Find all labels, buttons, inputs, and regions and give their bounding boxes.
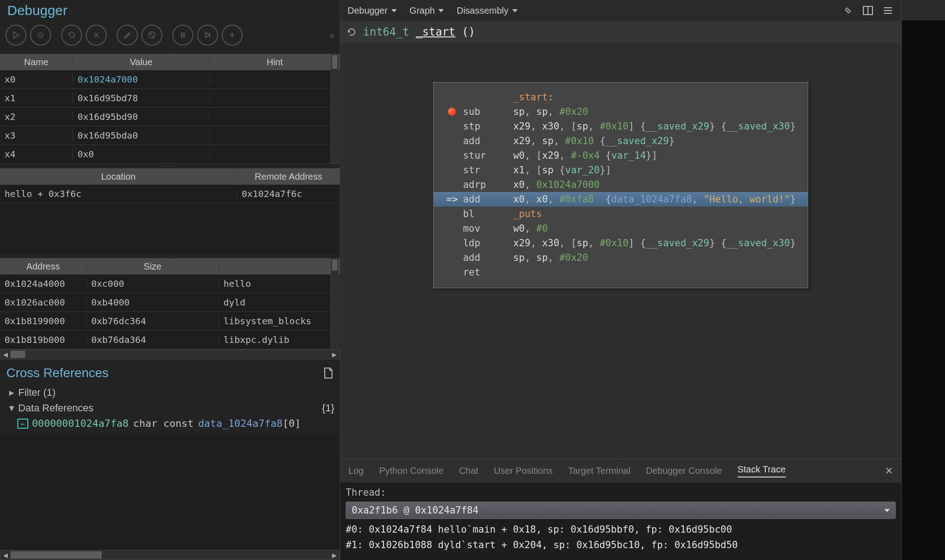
menu-debugger[interactable]: Debugger: [348, 5, 397, 16]
tab-chat[interactable]: Chat: [459, 466, 478, 476]
splitter-handle[interactable]: ······: [616, 460, 625, 465]
split-view-icon[interactable]: [862, 5, 874, 16]
table-row[interactable]: 0x1b81990000xb76dc364libsystem_blocks: [0, 312, 340, 331]
table-row[interactable]: 0x1024a40000xc000hello: [0, 275, 340, 293]
panel-title-debugger: Debugger: [0, 0, 340, 23]
xref-address: 00000001024a7fa8: [32, 418, 129, 429]
thread-selected: 0xa2f1b6 @ 0x1024a7f84: [352, 505, 478, 516]
table-row[interactable]: x20x16d95bd90: [0, 108, 340, 126]
pause-button[interactable]: [172, 25, 193, 46]
function-signature-bar: int64_t _start (): [340, 21, 901, 43]
stack-frame[interactable]: #0: 0x1024a7f84 hello`main + 0x18, sp: 0…: [346, 522, 896, 537]
tab-log[interactable]: Log: [348, 466, 363, 476]
col-header-address[interactable]: Address: [0, 261, 87, 272]
svg-point-1: [40, 35, 42, 36]
tab-target-terminal[interactable]: Target Terminal: [568, 466, 630, 476]
modules-scrollbar[interactable]: [331, 258, 339, 359]
caret-down-icon: [884, 509, 890, 512]
target-button[interactable]: [30, 25, 51, 46]
left-sidebar: Debugger » ······ Name Value Hint x00x10…: [0, 0, 340, 560]
tab-debugger-console[interactable]: Debugger Console: [646, 466, 722, 476]
main-panel: DebuggerGraphDisassembly int64_t _start …: [340, 0, 901, 560]
svg-rect-3: [181, 32, 182, 38]
location-table: Location Remote Address hello + 0x3f6c0x…: [0, 168, 340, 254]
main-menu-bar: DebuggerGraphDisassembly: [340, 0, 901, 21]
tab-user-positions[interactable]: User Positions: [494, 466, 553, 476]
col-header-location[interactable]: Location: [0, 171, 237, 182]
step-over-button[interactable]: [197, 25, 218, 46]
restart-button[interactable]: [61, 25, 82, 46]
disasm-line[interactable]: sturw0, [x29, #-0x4 {var_14}]: [441, 148, 796, 163]
hamburger-icon[interactable]: [882, 5, 894, 16]
table-row[interactable]: 0x1b819b0000xb76da364libxpc.dylib: [0, 331, 340, 349]
no-entry-button[interactable]: [141, 25, 162, 46]
col-header-remote-address[interactable]: Remote Address: [237, 171, 340, 182]
disasm-line[interactable]: ldpx29, x30, [sp, #0x10] {__saved_x29} {…: [441, 236, 796, 250]
edit-button[interactable]: [117, 25, 138, 46]
step-into-button[interactable]: [222, 25, 243, 46]
modules-table: Address Size 0x1024a40000xc000hello0x102…: [0, 258, 340, 359]
page-icon[interactable]: [323, 367, 333, 379]
table-row[interactable]: 0x1026ac0000xb4000dyld: [0, 293, 340, 312]
function-name[interactable]: _start: [416, 26, 456, 38]
close-icon[interactable]: ✕: [885, 465, 893, 477]
splitter-handle[interactable]: ······: [0, 49, 340, 54]
refresh-icon[interactable]: [347, 27, 357, 37]
splitter-handle[interactable]: ······: [0, 254, 340, 258]
splitter-handle[interactable]: ······: [0, 359, 340, 364]
stack-frame[interactable]: #1: 0x1026b1088 dyld`start + 0x204, sp: …: [346, 537, 896, 553]
tab-python-console[interactable]: Python Console: [379, 466, 443, 476]
scroll-right-icon[interactable]: ▸: [329, 550, 339, 560]
cross-references-list: ▸ Filter (1) ▾ Data References {1} ← 000…: [0, 384, 340, 435]
menu-graph[interactable]: Graph: [410, 5, 444, 16]
stack-trace-panel: Thread: 0xa2f1b6 @ 0x1024a7f84 #0: 0x102…: [340, 482, 901, 560]
disasm-line[interactable]: =>addx0, x0, #0xfa8 {data_1024a7fa8, "He…: [434, 192, 808, 207]
breakpoint-icon[interactable]: [448, 108, 456, 116]
table-row[interactable]: x40x0: [0, 145, 340, 164]
scroll-left-icon[interactable]: ◂: [0, 349, 10, 360]
xref-arrow-icon: ←: [17, 419, 28, 429]
col-header-hint[interactable]: Hint: [210, 57, 340, 67]
xref-filter-row[interactable]: ▸ Filter (1): [9, 385, 334, 400]
thread-select[interactable]: 0xa2f1b6 @ 0x1024a7f84: [346, 502, 896, 519]
stop-button[interactable]: [86, 25, 107, 46]
disasm-line[interactable]: strx1, [sp {var_20}]: [441, 163, 796, 177]
disasm-line[interactable]: addsp, sp, #0x20: [441, 250, 796, 265]
link-icon[interactable]: [842, 5, 854, 16]
registers-scrollbar[interactable]: [331, 54, 339, 164]
disasm-line[interactable]: ret: [441, 265, 796, 280]
xref-data-refs-row[interactable]: ▾ Data References {1}: [9, 400, 334, 416]
play-button[interactable]: [5, 25, 26, 46]
toolbar-overflow-icon[interactable]: »: [329, 30, 334, 41]
disasm-line[interactable]: bl_puts: [441, 207, 796, 221]
menu-disassembly[interactable]: Disassembly: [457, 5, 517, 16]
col-header-size[interactable]: Size: [87, 261, 219, 272]
xref-item[interactable]: ← 00000001024a7fa8 char const data_1024a…: [9, 416, 334, 431]
table-row[interactable]: x10x16d95bd78: [0, 89, 340, 108]
data-references-label: Data References: [18, 402, 93, 414]
modules-hscroll[interactable]: ◂ ▸: [0, 349, 340, 359]
xref-type: char const: [133, 418, 193, 429]
disasm-line[interactable]: movw0, #0: [441, 221, 796, 236]
table-row[interactable]: hello + 0x3f6c0x1024a7f6c: [0, 185, 340, 203]
cross-references-header: Cross References: [0, 364, 340, 384]
xrefs-hscroll[interactable]: ◂ ▸: [0, 550, 340, 560]
col-header-value[interactable]: Value: [73, 57, 210, 67]
disasm-line[interactable]: adrpx0, 0x1024a7000: [441, 177, 796, 192]
disasm-line[interactable]: subsp, sp, #0x20: [441, 104, 796, 119]
tab-stack-trace[interactable]: Stack Trace: [737, 464, 786, 477]
bottom-tab-bar: ······ LogPython ConsoleChatUser Positio…: [340, 459, 901, 482]
col-header-name[interactable]: Name: [0, 57, 73, 67]
scroll-right-icon[interactable]: ▸: [329, 349, 339, 360]
table-row[interactable]: x30x16d95bda0: [0, 126, 340, 145]
return-type: int64_t: [363, 26, 409, 38]
table-row[interactable]: x00x1024a7000: [0, 70, 340, 89]
thread-label: Thread:: [346, 485, 896, 500]
splitter-handle[interactable]: ······: [0, 164, 340, 168]
scroll-left-icon[interactable]: ◂: [0, 550, 10, 560]
disassembly-view[interactable]: _start:subsp, sp, #0x20stpx29, x30, [sp,…: [340, 43, 901, 459]
right-collapsed-panel[interactable]: [901, 0, 945, 560]
disasm-line[interactable]: addx29, sp, #0x10 {__saved_x29}: [441, 134, 796, 148]
disasm-line[interactable]: stpx29, x30, [sp, #0x10] {__saved_x29} {…: [441, 119, 796, 134]
debugger-toolbar: »: [0, 23, 340, 49]
